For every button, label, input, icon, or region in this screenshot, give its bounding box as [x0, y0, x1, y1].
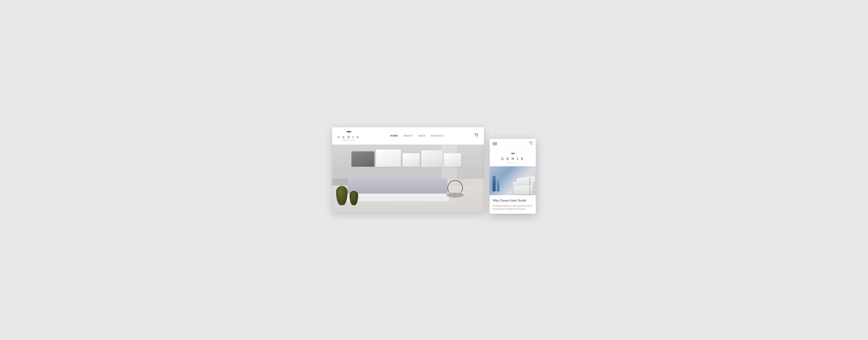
mobile-logo-text: G E N I X	[501, 157, 524, 161]
chair-seat	[446, 193, 464, 198]
desktop-window: G E N I X TEXTILE HOME ABOUT SHOP CONTAC…	[332, 127, 484, 213]
desktop-hero: FINE LINEN	[332, 145, 484, 213]
vase-group	[336, 186, 358, 205]
pillow-white-sm-2	[444, 153, 461, 167]
mobile-content-section: Why Choose Genix Textile All products fe…	[490, 195, 536, 214]
mobile-logo-subtitle: TEXTILE	[507, 162, 518, 163]
vase-small	[349, 191, 358, 205]
bottle-small	[497, 180, 499, 191]
svg-point-3	[532, 144, 532, 145]
hamburger-line-2	[493, 143, 497, 144]
bottle-large	[493, 176, 496, 191]
mobile-cart-icon[interactable]	[529, 142, 533, 146]
svg-point-0	[476, 137, 476, 137]
nav-link-home[interactable]: HOME	[391, 135, 398, 137]
mobile-hero-logo-watermark: GENIX	[509, 192, 516, 194]
hamburger-line-3	[493, 145, 497, 145]
metal-stand	[530, 178, 530, 195]
desktop-header: G E N I X TEXTILE HOME ABOUT SHOP CONTAC…	[332, 127, 484, 145]
bottle-group	[493, 176, 499, 191]
desktop-logo-text: G E N I X	[338, 136, 360, 139]
pillow-white-lg	[376, 149, 401, 167]
scene-container: G E N I X TEXTILE HOME ABOUT SHOP CONTAC…	[332, 127, 536, 213]
logo-icon	[345, 131, 352, 135]
desktop-nav: HOME ABOUT SHOP CONTACT	[391, 135, 444, 137]
hamburger-menu-icon[interactable]	[493, 142, 497, 145]
pillow-white-med	[421, 150, 442, 167]
mobile-window: G E N I X TEXTILE GENIX Why Choose Genix…	[490, 139, 536, 214]
mobile-header	[490, 139, 536, 149]
nav-link-about[interactable]: ABOUT	[404, 135, 413, 137]
mobile-logo-icon	[510, 153, 516, 156]
pillow-white-sm	[403, 153, 420, 167]
pillow-group	[351, 149, 461, 167]
hero-tagline: FINE LINEN	[389, 202, 427, 207]
bed	[348, 163, 447, 201]
svg-point-1	[477, 137, 477, 137]
hamburger-line-1	[493, 142, 497, 143]
bed-white-bottom	[346, 194, 450, 201]
desktop-logo-subtitle: TEXTILE	[342, 139, 355, 141]
mobile-hero: GENIX	[490, 166, 536, 195]
svg-point-2	[530, 144, 531, 145]
pillow-dark	[351, 151, 374, 167]
nav-link-contact[interactable]: CONTACT	[431, 135, 444, 137]
vase-large	[336, 186, 348, 205]
desktop-logo[interactable]: G E N I X TEXTILE	[338, 131, 360, 141]
nav-link-shop[interactable]: SHOP	[418, 135, 426, 137]
mobile-logo[interactable]: G E N I X TEXTILE	[490, 149, 536, 166]
mobile-section-body: All products featured in genix-textile.c…	[493, 204, 533, 210]
desktop-cart-icon[interactable]	[474, 133, 478, 138]
mobile-section-title: Why Choose Genix Textile	[493, 199, 533, 203]
chair	[445, 180, 465, 203]
mobile-pillow-3	[515, 189, 532, 194]
